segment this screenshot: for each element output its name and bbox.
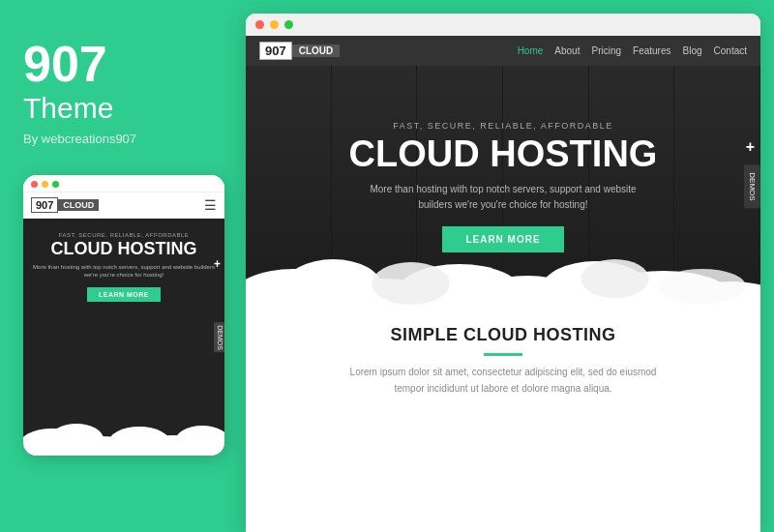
svg-point-20	[659, 269, 746, 304]
hamburger-icon[interactable]: ☰	[204, 197, 217, 213]
svg-point-18	[372, 262, 449, 305]
nav-home[interactable]: Home	[518, 45, 544, 56]
mobile-dot-yellow	[42, 181, 48, 188]
left-theme: Theme	[23, 91, 113, 126]
mobile-hero-sub: FAST, SECURE, RELIABLE, AFFORDABLE	[59, 232, 190, 238]
browser-logo-907: 907	[259, 42, 292, 60]
mobile-plus-icon: +	[214, 257, 221, 271]
hero-content: FAST, SECURE, RELIABLE, AFFORDABLE CLOUD…	[330, 121, 677, 253]
hero-learn-more-button[interactable]: LEARN MORE	[442, 226, 563, 252]
nav-pricing[interactable]: Pricing	[591, 45, 621, 56]
left-number: 907	[23, 39, 107, 89]
bottom-section: SIMPLE CLOUD HOSTING Lorem ipsum dolor s…	[246, 308, 760, 532]
mobile-dot-green	[52, 181, 59, 188]
left-subtitle: By webcreations907	[23, 132, 136, 146]
mobile-logo-cloud: CLOUD	[58, 199, 99, 211]
mobile-clouds	[23, 402, 224, 456]
demos-badge[interactable]: DEMOS	[744, 164, 760, 208]
mobile-hero: FAST, SECURE, RELIABLE, AFFORDABLE CLOUD…	[23, 219, 224, 456]
browser-mockup: 907 CLOUD Home About Pricing Features Bl…	[246, 14, 760, 532]
mobile-dot-red	[31, 181, 38, 188]
browser-dot-red	[255, 20, 264, 29]
bottom-text: Lorem ipsum dolor sit amet, consectetur …	[348, 364, 658, 397]
browser-logo: 907 CLOUD	[259, 42, 340, 60]
nav-about[interactable]: About	[554, 45, 580, 56]
mobile-logo: 907 CLOUD	[31, 197, 99, 213]
svg-point-19	[580, 259, 648, 298]
browser-nav: 907 CLOUD Home About Pricing Features Bl…	[246, 36, 760, 66]
bottom-divider	[484, 353, 522, 356]
nav-features[interactable]: Features	[633, 45, 670, 56]
browser-nav-links: Home About Pricing Features Blog Contact	[518, 45, 747, 56]
nav-contact[interactable]: Contact	[714, 45, 747, 56]
bottom-title: SIMPLE CLOUD HOSTING	[390, 325, 615, 345]
mobile-logo-907: 907	[31, 197, 58, 213]
left-panel: 907 Theme By webcreations907 907 CLOUD ☰…	[0, 0, 240, 532]
browser-logo-cloud: CLOUD	[292, 44, 341, 57]
mobile-demos-badge: DEMOS	[214, 322, 224, 353]
mobile-dots	[31, 181, 59, 188]
mobile-mockup: 907 CLOUD ☰ FAST, SECURE, RELIABLE, AFFO…	[23, 175, 224, 456]
demos-plus-icon: +	[746, 138, 755, 156]
mobile-learn-more-button[interactable]: LEARN MORE	[87, 287, 161, 302]
mobile-nav: 907 CLOUD ☰	[23, 192, 224, 219]
hero-subtitle: FAST, SECURE, RELIABLE, AFFORDABLE	[349, 121, 658, 131]
browser-dot-green	[284, 20, 293, 29]
nav-blog[interactable]: Blog	[683, 45, 702, 56]
hero-section: FAST, SECURE, RELIABLE, AFFORDABLE CLOUD…	[246, 66, 760, 308]
browser-dot-yellow	[270, 20, 279, 29]
browser-content: FAST, SECURE, RELIABLE, AFFORDABLE CLOUD…	[246, 66, 760, 532]
mobile-hero-title: CLOUD HOSTING	[45, 240, 203, 259]
hero-description: More than hosting with top notch servers…	[368, 182, 639, 213]
browser-topbar	[246, 14, 760, 36]
mobile-hero-text: More than hosting with top notch servers…	[23, 259, 224, 283]
mobile-top-bar	[23, 175, 224, 192]
hero-title: CLOUD HOSTING	[349, 134, 658, 175]
